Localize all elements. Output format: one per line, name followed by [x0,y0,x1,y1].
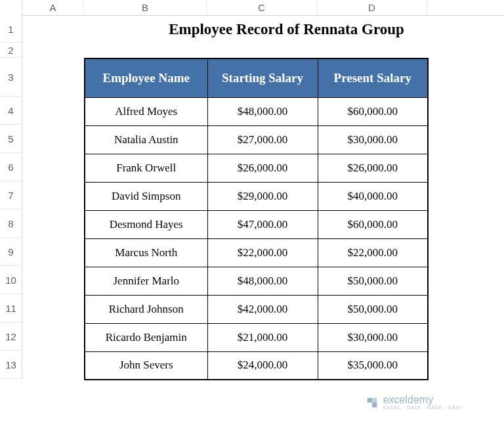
spreadsheet-grid[interactable]: Employee Record of Rennata Group Employe… [22,16,504,380]
watermark-text: exceldemy EXCEL · DATA · MADE · EASY [383,395,463,410]
table-row: Desmond Hayes$47,000.00$60,000.00 [85,210,428,238]
table-row: Frank Orwell$26,000.00$26,000.00 [85,154,428,182]
table-row: Jennifer Marlo$48,000.00$50,000.00 [85,267,428,295]
cell-name[interactable]: Alfred Moyes [85,97,207,125]
row-header-9[interactable]: 9 [0,238,22,266]
cell-present[interactable]: $22,000.00 [318,238,428,267]
cell-present[interactable]: $60,000.00 [318,97,428,125]
column-headers-row: A B C D [0,0,504,16]
cell-name[interactable]: Frank Orwell [85,154,207,182]
cell-name[interactable]: John Severs [85,351,207,380]
cell-starting[interactable]: $29,000.00 [207,182,318,210]
row-header-3[interactable]: 3 [0,58,22,97]
row-header-11[interactable]: 11 [0,294,22,323]
cell-name[interactable]: Marcus North [85,238,207,267]
select-all-corner[interactable] [0,0,22,16]
row-headers-column: 1 2 3 4 5 6 7 8 9 10 11 12 13 [0,16,22,379]
row-header-12[interactable]: 12 [0,323,22,351]
row-header-13[interactable]: 13 [0,351,22,379]
cell-present[interactable]: $35,000.00 [318,351,428,380]
col-header-B[interactable]: B [84,0,207,15]
spacer-row[interactable] [22,43,504,58]
cell-present[interactable]: $60,000.00 [318,210,428,238]
row-header-8[interactable]: 8 [0,210,22,238]
watermark: exceldemy EXCEL · DATA · MADE · EASY [365,395,463,410]
cell-name[interactable]: David Simpson [85,182,207,210]
table-row: David Simpson$29,000.00$40,000.00 [85,182,428,210]
row-header-2[interactable]: 2 [0,43,22,58]
cell-starting[interactable]: $48,000.00 [207,97,318,125]
exceldemy-logo-icon [365,395,379,410]
table-row: Alfred Moyes$48,000.00$60,000.00 [85,97,428,125]
watermark-tagline: EXCEL · DATA · MADE · EASY [383,405,463,410]
cell-present[interactable]: $26,000.00 [318,154,428,182]
watermark-brand: exceldemy [383,395,463,405]
cell-name[interactable]: Richard Johnson [85,295,207,323]
cell-present[interactable]: $30,000.00 [318,323,428,351]
row-header-5[interactable]: 5 [0,125,22,153]
cell-present[interactable]: $40,000.00 [318,182,428,210]
cell-name[interactable]: Jennifer Marlo [85,267,207,295]
table-row: Richard Johnson$42,000.00$50,000.00 [85,295,428,323]
cell-starting[interactable]: $22,000.00 [207,238,318,267]
cell-starting[interactable]: $26,000.00 [207,154,318,182]
cell-present[interactable]: $50,000.00 [318,295,428,323]
header-present-salary[interactable]: Present Salary [318,58,428,97]
row-header-6[interactable]: 6 [0,153,22,181]
page-title[interactable]: Employee Record of Rennata Group [84,16,489,43]
cell-present[interactable]: $30,000.00 [318,125,428,154]
cell-name[interactable]: Natalia Austin [85,125,207,154]
header-employee-name[interactable]: Employee Name [85,58,207,97]
cell-name[interactable]: Desmond Hayes [85,210,207,238]
cell-starting[interactable]: $21,000.00 [207,323,318,351]
row-header-4[interactable]: 4 [0,97,22,125]
header-starting-salary[interactable]: Starting Salary [207,58,318,97]
cell-starting[interactable]: $48,000.00 [207,267,318,295]
table-header-row: Employee Name Starting Salary Present Sa… [85,58,428,97]
cell-starting[interactable]: $47,000.00 [207,210,318,238]
table-row: Marcus North$22,000.00$22,000.00 [85,238,428,267]
employee-table: Employee Name Starting Salary Present Sa… [84,58,429,380]
col-header-A[interactable]: A [22,0,84,15]
table-row: Ricardo Benjamin$21,000.00$30,000.00 [85,323,428,351]
cell-starting[interactable]: $27,000.00 [207,125,318,154]
cell-starting[interactable]: $24,000.00 [207,351,318,380]
row-header-1[interactable]: 1 [0,16,22,43]
row-header-10[interactable]: 10 [0,266,22,294]
cell-starting[interactable]: $42,000.00 [207,295,318,323]
row-header-7[interactable]: 7 [0,181,22,210]
table-row: John Severs$24,000.00$35,000.00 [85,351,428,380]
cell-present[interactable]: $50,000.00 [318,267,428,295]
col-header-D[interactable]: D [317,0,427,15]
cell-name[interactable]: Ricardo Benjamin [85,323,207,351]
table-row: Natalia Austin$27,000.00$30,000.00 [85,125,428,154]
col-header-C[interactable]: C [207,0,317,15]
